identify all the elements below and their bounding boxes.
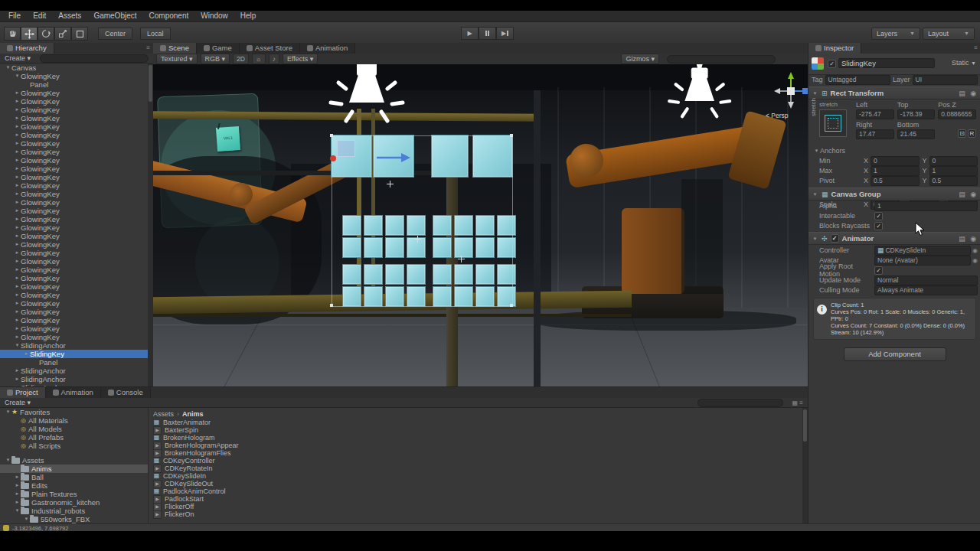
persp-label[interactable]: < Persp [766,112,789,119]
hierarchy-item-glowingkey[interactable]: ►GlowingKey [0,190,148,198]
menu-component[interactable]: Component [144,11,194,21]
hierarchy-item-panel[interactable]: Panel [0,358,148,367]
canvas-group-header[interactable]: ▼ ▦ Canvas Group ▤ ◉ [808,187,980,201]
project-scrollbar[interactable] [802,408,808,524]
asset-item-brokenhologram[interactable]: ▦BrokenHologram [153,434,802,442]
blocks-raycasts-checkbox[interactable]: ✓ [874,222,883,230]
foldout-icon[interactable]: ► [14,139,21,148]
pause-button[interactable] [479,27,496,40]
hierarchy-item-glowingkey[interactable]: ►GlowingKey [0,131,148,139]
foldout-icon[interactable]: ► [14,481,21,490]
object-name-field[interactable]: SlidingKey [838,58,935,68]
scale-tool-button[interactable] [54,27,71,41]
hierarchy-item-glowingkey[interactable]: ►GlowingKey [0,308,148,316]
hierarchy-scrollbar-thumb[interactable] [149,65,152,102]
folder-item-anims[interactable]: Anims [0,465,148,473]
menu-window[interactable]: Window [195,11,234,21]
move-gizmo-origin[interactable] [330,155,336,161]
foldout-icon[interactable]: ► [14,473,21,481]
right-field[interactable]: 17.47 [856,129,894,139]
anchors-foldout[interactable]: ▼Anchors [813,146,978,155]
pivot-x-field[interactable]: 0.5 [871,176,920,186]
component-menu-icons[interactable]: ▤ ◉ [959,235,978,243]
foldout-icon[interactable]: ► [14,122,21,131]
project-settings-icons[interactable]: ▦ ≡ [788,399,808,406]
menu-assets[interactable]: Assets [53,11,87,21]
foldout-icon[interactable]: ► [14,215,21,223]
free-move-handle[interactable] [337,140,355,157]
tag-dropdown[interactable]: Untagged [825,75,890,85]
foldout-icon[interactable]: ► [14,249,21,257]
menu-edit[interactable]: Edit [28,11,51,21]
hierarchy-item-glowingkey[interactable]: ►GlowingKey [0,122,148,131]
hierarchy-item-slidinganchor[interactable]: ▼SlidingAnchor [0,341,148,350]
asset-item-brokenhologramappear[interactable]: ▶BrokenHologramAppear [153,442,802,449]
sticky-note[interactable]: VAL1 [216,126,240,152]
animator-enabled-checkbox[interactable]: ✓ [831,234,839,243]
layout-dropdown[interactable]: Layout▼ [923,28,975,40]
posz-field[interactable]: 0.0886655 [938,109,976,119]
hierarchy-item-slidinganchor[interactable]: ►SlidingAnchor [0,367,148,375]
scene-search-input[interactable] [667,55,776,64]
hierarchy-item-glowingkey[interactable]: ►GlowingKey [0,181,148,190]
folder-item-edits[interactable]: ►Edits [0,481,148,490]
hierarchy-item-glowingkey[interactable]: ►GlowingKey [0,257,148,266]
hierarchy-item-glowingkey[interactable]: ►GlowingKey [0,106,148,114]
scene-toolbar-2d[interactable]: 2D [233,54,249,64]
asset-item-baxteranimator[interactable]: ▦BaxterAnimator [153,419,802,426]
static-toggle[interactable]: Static ▼ [952,59,976,67]
panel-menu-icon[interactable]: ≡ [146,43,153,54]
foldout-icon[interactable]: ► [14,498,21,507]
hierarchy-create-button[interactable]: Create ▾ [0,54,35,62]
folder-item-all-prefabs[interactable]: ◎All Prefabs [0,433,148,442]
hierarchy-item-glowingkey[interactable]: ►GlowingKey [0,249,148,257]
foldout-icon[interactable]: ▼ [14,341,21,350]
folder-item-550works-fbx[interactable]: ▼550works_FBX [0,515,148,523]
inspector-menu-icon[interactable]: ≡ [974,43,980,54]
foldout-icon[interactable]: ▼ [14,507,21,515]
asset-item-brokenhologramflies[interactable]: ▶BrokenHologramFlies [153,449,802,457]
hierarchy-item-glowingkey[interactable]: ►GlowingKey [0,215,148,223]
left-field[interactable]: -275.47 [856,109,894,119]
asset-item-cdkeyslideout[interactable]: ▶CDKeySlideOut [153,480,802,487]
asset-item-flickeron[interactable]: ▶FlickerOn [153,510,802,518]
project-search-input[interactable] [697,399,783,407]
tab-asset-store[interactable]: Asset Store [240,43,300,54]
foldout-icon[interactable]: ► [14,131,21,139]
foldout-icon[interactable]: ► [14,165,21,173]
scene-toolbar-textured[interactable]: Textured ▾ [156,54,198,64]
hierarchy-item-glowingkey[interactable]: ►GlowingKey [0,274,148,282]
foldout-icon[interactable]: ► [14,291,21,299]
folder-item-all-materials[interactable]: ◎All Materials [0,416,148,425]
top-field[interactable]: -178.39 [897,109,936,119]
foldout-icon[interactable]: ▼ [812,236,818,241]
hierarchy-item-glowingkey[interactable]: ►GlowingKey [0,333,148,341]
project-create-button[interactable]: Create ▾ [0,399,35,406]
foldout-icon[interactable]: ► [14,97,21,106]
component-menu-icons[interactable]: ▤ ◉ [959,191,978,198]
foldout-icon[interactable]: ► [14,324,21,333]
tab-game[interactable]: Game [197,43,240,54]
foldout-icon[interactable]: ► [14,198,21,207]
hierarchy-item-glowingkey[interactable]: ►GlowingKey [0,165,148,173]
gizmos-dropdown[interactable]: Gizmos ▾ [621,54,659,64]
foldout-icon[interactable]: ► [14,156,21,165]
scene-toolbar--[interactable]: ♪ [269,54,279,64]
controller-field[interactable]: ▦ CDKeySlideIn [874,246,971,256]
interactable-checkbox[interactable]: ✓ [874,212,883,220]
foldout-icon[interactable]: ► [14,299,21,308]
spotlight-gizmo[interactable] [320,64,410,132]
layers-dropdown[interactable]: Layers▼ [871,28,920,40]
move-tool-button[interactable] [21,27,38,41]
foldout-icon[interactable]: ▼ [812,91,818,96]
scene-toolbar-rgb[interactable]: RGB ▾ [201,54,230,64]
rect-tool-button[interactable] [71,27,88,41]
hierarchy-item-slidingkey[interactable]: ►SlidingKey [0,350,148,358]
hierarchy-item-glowingkey[interactable]: ►GlowingKey [0,291,148,299]
foldout-icon[interactable]: ► [14,308,21,316]
hierarchy-item-glowingkey[interactable]: ►GlowingKey [0,299,148,308]
tab-inspector[interactable]: Inspector [808,43,861,54]
folder-item-all-scripts[interactable]: ◎All Scripts [0,442,148,450]
foldout-icon[interactable]: ► [14,240,21,249]
folder-item-industrial-robots[interactable]: ▼Industrial_robots [0,507,148,515]
